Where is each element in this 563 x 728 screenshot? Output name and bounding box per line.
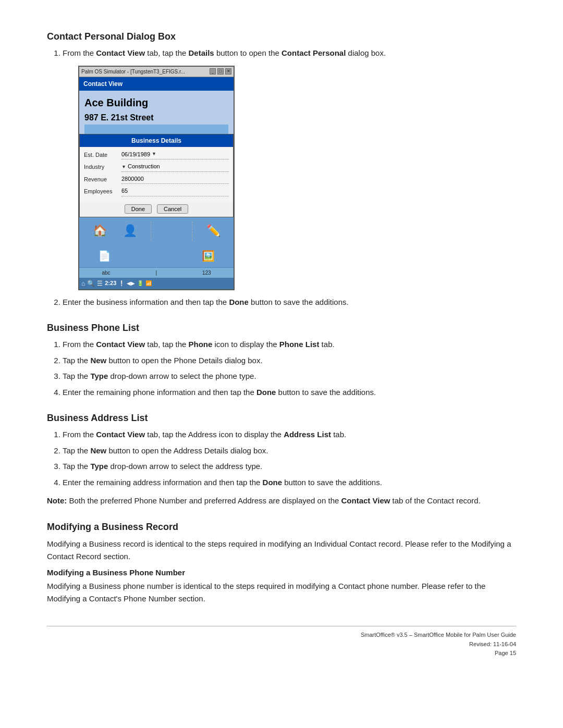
page-footer: SmartOffice® v3.5 – SmartOffice Mobile f… bbox=[47, 626, 516, 658]
address-steps: From the Contact View tab, tap the Addre… bbox=[47, 429, 516, 488]
phone-step-3: Tap the Type drop-down arrow to select t… bbox=[63, 371, 516, 382]
photo-icon[interactable]: 🖼️ bbox=[199, 246, 217, 265]
phone-step-1: From the Contact View tab, tap the Phone… bbox=[63, 339, 516, 351]
close-icon[interactable]: ✕ bbox=[225, 68, 231, 75]
contact-address: 987 E. 21st Street bbox=[84, 112, 228, 124]
section-title-phone: Business Phone List bbox=[47, 323, 516, 334]
abc-label[interactable]: abc bbox=[102, 269, 110, 277]
modifying-body: Modifying a Business record is identical… bbox=[47, 538, 516, 563]
docs-icon[interactable]: 📄 bbox=[95, 246, 114, 265]
step-2: Enter the business information and then … bbox=[63, 297, 516, 309]
footer-line1: SmartOffice® v3.5 – SmartOffice Mobile f… bbox=[47, 631, 516, 640]
employees-label: Employees bbox=[84, 187, 121, 196]
step1-bold2: Details bbox=[189, 48, 214, 57]
address-step-3: Tap the Type drop-down arrow to select t… bbox=[63, 461, 516, 473]
step1-bold1: Contact View bbox=[96, 48, 145, 57]
center-area bbox=[151, 221, 192, 240]
est-date-row: Est. Date 06/19/1989 ▼ bbox=[84, 150, 229, 160]
revenue-row: Revenue 2800000 bbox=[84, 175, 229, 184]
palm-titlebar-icons: _ □ ✕ bbox=[210, 68, 231, 75]
est-date-value[interactable]: 06/19/1989 ▼ bbox=[121, 150, 229, 160]
business-phone-section: Business Phone List From the Contact Vie… bbox=[47, 323, 516, 398]
industry-value[interactable]: ▼ Construction bbox=[121, 162, 229, 172]
contact-personal-steps: From the Contact View tab, tap the Detai… bbox=[47, 47, 516, 308]
business-details-dialog: Business Details Est. Date 06/19/1989 ▼ bbox=[79, 134, 234, 217]
palm-titlebar-text: Palm OS Simulator - [TungstenT3_EFIGS.r.… bbox=[81, 68, 185, 76]
contacts-icon[interactable]: 👤 bbox=[120, 221, 139, 240]
address-note: Note: Both the preferred Phone Number an… bbox=[47, 495, 516, 507]
subsection-title-phone-number: Modifying a Business Phone Number bbox=[47, 568, 516, 577]
wifi-icon: 📶 bbox=[145, 279, 152, 287]
second-nav: 📄 🖼️ bbox=[79, 244, 234, 267]
contact-name: Ace Building bbox=[84, 95, 228, 110]
industry-label: Industry bbox=[84, 163, 121, 171]
step-1: From the Contact View tab, tap the Detai… bbox=[63, 47, 516, 290]
contact-area: Ace Building 987 E. 21st Street bbox=[79, 91, 234, 134]
section-title-address: Business Address List bbox=[47, 413, 516, 424]
revenue-label: Revenue bbox=[84, 175, 121, 184]
dialog-title: Business Details bbox=[80, 134, 233, 147]
palm-simulator: Palm OS Simulator - [TungstenT3_EFIGS.r.… bbox=[78, 66, 235, 290]
maximize-icon[interactable]: □ bbox=[217, 68, 224, 75]
industry-arrow[interactable]: ▼ bbox=[121, 164, 126, 169]
revenue-value[interactable]: 2800000 bbox=[121, 175, 229, 184]
dialog-body: Est. Date 06/19/1989 ▼ Industry bbox=[80, 147, 233, 202]
footer-line2: Revised: 11-16-04 bbox=[47, 640, 516, 649]
phone-step-4: Enter the remaining phone information an… bbox=[63, 387, 516, 399]
pen-icon[interactable]: ✏️ bbox=[204, 221, 223, 240]
section-title-contact-personal: Contact Personal Dialog Box bbox=[47, 31, 516, 42]
done-button[interactable]: Done bbox=[125, 204, 152, 214]
phone-step-2: Tap the New button to open the Phone Det… bbox=[63, 355, 516, 367]
step1-text: From the Contact View tab, tap the Detai… bbox=[63, 48, 386, 57]
home-icon[interactable]: 🏠 bbox=[90, 221, 109, 240]
nav-icons[interactable]: ◀▶ bbox=[127, 279, 135, 287]
section-title-modifying: Modifying a Business Record bbox=[47, 522, 516, 533]
modifying-business-section: Modifying a Business Record Modifying a … bbox=[47, 522, 516, 605]
est-date-label: Est. Date bbox=[84, 151, 121, 159]
address-step-1: From the Contact View tab, tap the Addre… bbox=[63, 429, 516, 441]
contact-personal-section: Contact Personal Dialog Box From the Con… bbox=[47, 31, 516, 308]
time-display: 2:23 bbox=[105, 279, 116, 288]
employees-value[interactable]: 65 bbox=[121, 187, 229, 196]
alert-icon: ❕ bbox=[118, 279, 125, 287]
bottom-nav: 🏠 👤 ✏️ bbox=[79, 217, 234, 244]
separator: | bbox=[155, 269, 157, 277]
home-status-icon[interactable]: ⌂ bbox=[81, 279, 85, 288]
minimize-icon[interactable]: _ bbox=[210, 68, 216, 75]
est-date-arrow[interactable]: ▼ bbox=[152, 151, 156, 158]
phone-steps: From the Contact View tab, tap the Phone… bbox=[47, 339, 516, 398]
dialog-buttons: Done Cancel bbox=[80, 202, 233, 217]
business-address-section: Business Address List From the Contact V… bbox=[47, 413, 516, 507]
statusbar: ⌂ 🔍 ☰ 2:23 ❕ ◀▶ 🔋 📶 bbox=[79, 278, 234, 289]
industry-row: Industry ▼ Construction bbox=[84, 162, 229, 172]
step1-bold3: Contact Personal bbox=[282, 48, 346, 57]
menu-status-icon[interactable]: ☰ bbox=[97, 279, 103, 288]
contact-city bbox=[84, 125, 228, 134]
footer-line3: Page 15 bbox=[47, 649, 516, 658]
battery-icon: 🔋 bbox=[137, 279, 143, 287]
abc-row: abc | 123 bbox=[79, 267, 234, 278]
contact-view-tab[interactable]: Contact View bbox=[79, 77, 234, 91]
search-status-icon[interactable]: 🔍 bbox=[87, 279, 95, 288]
cancel-button[interactable]: Cancel bbox=[157, 204, 188, 214]
employees-row: Employees 65 bbox=[84, 187, 229, 196]
address-step-4: Enter the remaining address information … bbox=[63, 477, 516, 489]
palm-titlebar: Palm OS Simulator - [TungstenT3_EFIGS.r.… bbox=[79, 67, 234, 77]
step2-done-bold: Done bbox=[229, 298, 249, 306]
num-label[interactable]: 123 bbox=[202, 269, 211, 277]
subsection-body: Modifying a Business phone number is ide… bbox=[47, 580, 516, 605]
address-step-2: Tap the New button to open the Address D… bbox=[63, 445, 516, 457]
